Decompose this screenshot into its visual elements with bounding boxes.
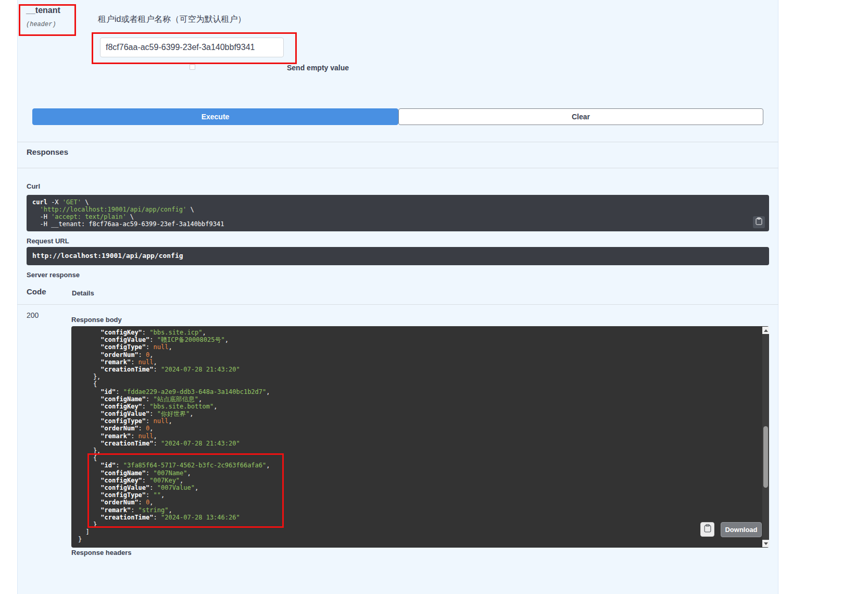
- tenant-input[interactable]: [100, 38, 284, 57]
- parameter-description: 租户id或者租户名称（可空为默认租户）: [98, 14, 246, 25]
- clear-button[interactable]: Clear: [398, 108, 763, 125]
- scrollbar-down-button[interactable]: [762, 540, 769, 547]
- response-body-label: Response body: [71, 316, 122, 324]
- request-url-label: Request URL: [27, 237, 69, 245]
- details-column-header: Details: [72, 289, 94, 297]
- swagger-operation-page: __tenant (header) 租户id或者租户名称（可空为默认租户） Se…: [0, 0, 868, 594]
- triangle-down-icon: [764, 542, 768, 545]
- curl-command-block: curl -X 'GET' \ 'http://localhost:19001/…: [27, 195, 769, 231]
- status-code: 200: [27, 311, 39, 319]
- responses-title: Responses: [27, 147, 68, 156]
- request-url-value: http://localhost:19001/api/app/config: [27, 247, 769, 265]
- curl-copy-button[interactable]: [753, 216, 765, 228]
- code-column-header: Code: [27, 287, 46, 296]
- clipboard-icon: [756, 217, 762, 227]
- send-empty-checkbox[interactable]: [190, 64, 195, 70]
- scrollbar-up-button[interactable]: [762, 327, 769, 334]
- responses-bottom-divider: [17, 168, 778, 168]
- server-response-label: Server response: [27, 271, 80, 279]
- response-headers-label: Response headers: [71, 549, 132, 556]
- response-copy-button[interactable]: [700, 522, 714, 537]
- execute-button[interactable]: Execute: [32, 108, 398, 125]
- scrollbar-thumb[interactable]: [763, 426, 768, 488]
- response-table-divider: [17, 304, 778, 305]
- download-button[interactable]: Download: [721, 522, 762, 537]
- clipboard-icon: [704, 524, 711, 535]
- responses-top-divider: [17, 142, 778, 142]
- response-body-block: "configKey": "bbs.site.icp", "configValu…: [71, 326, 769, 548]
- send-empty-label: Send empty value: [287, 64, 349, 72]
- curl-label: Curl: [27, 182, 40, 190]
- parameter-name: __tenant: [26, 6, 60, 15]
- triangle-up-icon: [764, 329, 768, 332]
- parameter-location: (header): [26, 21, 56, 28]
